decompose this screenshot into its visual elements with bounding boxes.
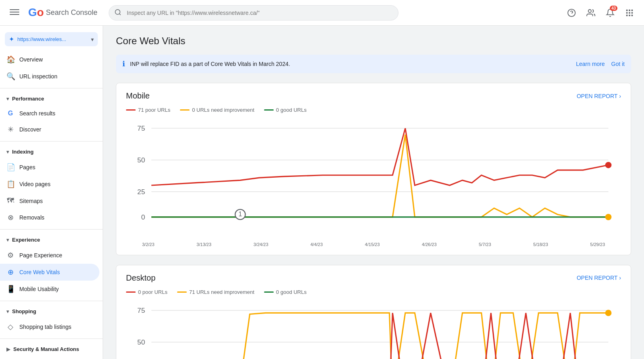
sidebar-item-url-inspection[interactable]: 🔍 URL inspection	[0, 68, 99, 85]
sidebar-item-core-web-vitals[interactable]: ⊕ Core Web Vitals	[0, 264, 99, 281]
help-button[interactable]	[564, 5, 580, 21]
legend-good-label: 0 good URLs	[276, 107, 307, 113]
svg-point-4	[115, 9, 120, 14]
legend-good-label: 0 good URLs	[276, 289, 307, 295]
collapse-icon: ▶	[6, 347, 10, 352]
mobile-orange-end-dot	[605, 214, 612, 220]
mobile-orange-line	[151, 135, 608, 217]
legend-good-line	[264, 291, 274, 293]
url-selector[interactable]: ✦ https://www.wireles... ▾	[5, 32, 98, 46]
desktop-chart-svg: 75 50 25 0	[126, 302, 621, 359]
svg-rect-1	[10, 12, 19, 12]
info-banner: ℹ INP will replace FID as a part of Core…	[116, 55, 631, 73]
sidebar-divider-5	[0, 338, 103, 339]
sitemaps-icon: 🗺	[6, 197, 14, 205]
svg-text:Google: Google	[28, 6, 43, 18]
desktop-chart-svg-container: 75 50 25 0	[126, 302, 621, 359]
sidebar-item-overview[interactable]: 🏠 Overview	[0, 51, 99, 68]
sidebar-item-label: Shopping tab listings	[19, 324, 71, 330]
svg-text:50: 50	[137, 156, 145, 164]
svg-rect-17	[632, 14, 633, 16]
mobile-open-report-link[interactable]: OPEN REPORT ›	[577, 93, 621, 99]
legend-good-line	[264, 109, 274, 111]
mobile-x-label-6: 4/26/23	[422, 242, 437, 247]
pages-icon: 📄	[6, 163, 14, 172]
desktop-red-line	[151, 313, 608, 359]
notifications-button[interactable]: 43	[602, 5, 618, 21]
legend-poor: 0 poor URLs	[126, 289, 167, 295]
sidebar-section-indexing[interactable]: ▾ Indexing	[0, 145, 103, 159]
sidebar-item-page-experience[interactable]: ⚙ Page Experience	[0, 247, 99, 264]
sidebar-item-pages[interactable]: 📄 Pages	[0, 159, 99, 176]
collapse-icon: ▾	[6, 149, 9, 155]
svg-rect-2	[10, 14, 19, 15]
shopping-icon: ◇	[6, 322, 14, 331]
banner-actions: Learn more Got it	[576, 61, 625, 67]
sidebar-section-legacy[interactable]: ▶ Legacy tools and reports	[0, 356, 103, 359]
sidebar-item-search-results[interactable]: G Search results	[0, 106, 99, 121]
mobile-chart-title: Mobile	[126, 91, 150, 101]
sidebar-item-label: Core Web Vitals	[19, 269, 60, 275]
search-bar[interactable]	[109, 5, 398, 21]
open-report-arrow-icon: ›	[619, 93, 621, 99]
sidebar-item-label: URL inspection	[19, 73, 57, 80]
svg-text:75: 75	[137, 306, 145, 314]
sidebar-item-discover[interactable]: ✳ Discover	[0, 121, 99, 138]
svg-text:0: 0	[141, 213, 145, 221]
svg-text:1: 1	[238, 211, 242, 217]
page-exp-icon: ⚙	[6, 251, 14, 260]
got-it-link[interactable]: Got it	[611, 61, 625, 67]
sidebar-section-performance[interactable]: ▾ Performance	[0, 92, 103, 106]
legend-improvement: 0 URLs need improvement	[180, 107, 254, 113]
mobile-x-label-1: 3/2/23	[142, 242, 155, 247]
mobile-red-end-dot	[605, 162, 612, 168]
account-button[interactable]	[583, 5, 599, 21]
legend-poor: 71 poor URLs	[126, 107, 170, 113]
logo: Google Search Console	[27, 5, 97, 21]
sidebar-item-mobile-usability[interactable]: 📱 Mobile Usability	[0, 281, 99, 297]
svg-rect-11	[632, 9, 633, 11]
section-label: Security & Manual Actions	[13, 346, 79, 352]
sidebar-item-removals[interactable]: ⊗ Removals	[0, 209, 99, 226]
svg-rect-16	[629, 14, 630, 16]
svg-rect-10	[629, 9, 630, 11]
desktop-open-report-link[interactable]: OPEN REPORT ›	[577, 275, 621, 281]
apps-button[interactable]	[621, 5, 638, 21]
desktop-chart-legend: 0 poor URLs 71 URLs need improvement 0 g…	[126, 289, 621, 295]
learn-more-link[interactable]: Learn more	[576, 61, 605, 67]
mobile-x-label-7: 5/7/23	[479, 242, 491, 247]
sidebar-item-label: Sitemaps	[19, 198, 43, 204]
app-body: ✦ https://www.wireles... ▾ 🏠 Overview 🔍 …	[0, 26, 644, 359]
sidebar-item-label: Removals	[19, 214, 44, 221]
info-icon: ℹ	[122, 59, 125, 68]
mobile-x-label-8: 5/18/23	[533, 242, 548, 247]
cwv-icon: ⊕	[6, 268, 14, 277]
notification-badge: 43	[610, 6, 617, 11]
page-title: Core Web Vitals	[116, 35, 631, 47]
sidebar-section-shopping[interactable]: ▾ Shopping	[0, 304, 103, 318]
search-input[interactable]	[109, 5, 398, 21]
property-chevron-icon: ▾	[91, 36, 94, 43]
sidebar-item-label: Page Experience	[19, 252, 62, 258]
mobile-red-line	[151, 128, 608, 185]
menu-icon[interactable]	[6, 4, 23, 21]
sidebar-section-security[interactable]: ▶ Security & Manual Actions	[0, 342, 103, 356]
sidebar-item-label: Discover	[19, 126, 41, 133]
removals-icon: ⊗	[6, 213, 14, 222]
topbar-actions: 43	[564, 5, 638, 21]
svg-text:25: 25	[137, 188, 145, 196]
mobile-x-label-9: 5/29/23	[590, 242, 605, 247]
collapse-icon: ▾	[6, 96, 9, 102]
legend-improvement-line	[177, 291, 187, 293]
sidebar-section-experience[interactable]: ▾ Experience	[0, 233, 103, 247]
sidebar-item-label: Overview	[19, 56, 43, 63]
sidebar-item-shopping-tab[interactable]: ◇ Shopping tab listings	[0, 318, 99, 335]
legend-poor-line	[126, 291, 136, 293]
sidebar-divider-2	[0, 141, 103, 142]
section-label: Experience	[12, 237, 40, 243]
sidebar-item-video-pages[interactable]: 📋 Video pages	[0, 176, 99, 193]
sidebar-item-sitemaps[interactable]: 🗺 Sitemaps	[0, 193, 99, 209]
banner-text: INP will replace FID as a part of Core W…	[130, 61, 571, 67]
section-label: Indexing	[12, 149, 33, 155]
discover-icon: ✳	[6, 125, 14, 134]
